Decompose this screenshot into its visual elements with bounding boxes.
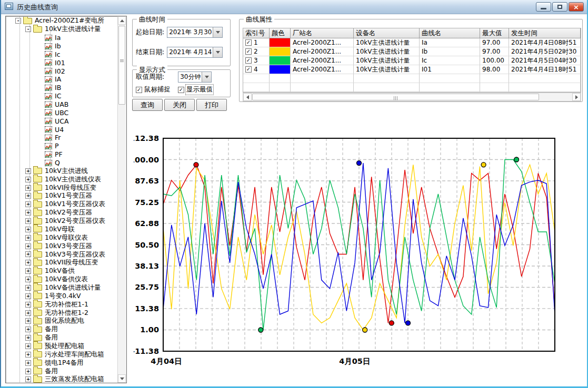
table-horizontal-scrollbar[interactable] <box>243 93 581 101</box>
tree-item-folder[interactable]: +预处理配电箱 <box>6 342 118 351</box>
expand-icon[interactable]: + <box>25 201 31 207</box>
tree-item-folder[interactable]: +10kV备供仪表 <box>6 275 118 284</box>
scroll-up-button[interactable] <box>118 16 126 25</box>
tree-item-curve-UAB[interactable]: UAB <box>6 100 118 109</box>
expand-icon[interactable]: + <box>25 376 31 382</box>
tree-item-folder[interactable]: +污水处理车间配电箱 <box>6 350 118 359</box>
row-checkbox[interactable]: ✓ <box>245 39 252 46</box>
table-row[interactable]: ✓4Acrel-2000Z1...10kV主供进线计量I0198.002021年… <box>243 65 581 74</box>
expand-icon[interactable]: + <box>25 293 31 299</box>
tree-item-folder[interactable]: +固化系统配电 <box>6 317 118 325</box>
tree-item-folder[interactable]: +10kV备供 <box>6 267 118 275</box>
tree-item-folder[interactable]: +10kV3号变压器仪表 <box>6 250 118 259</box>
tree-item-curve-IC[interactable]: IC <box>6 92 118 100</box>
tree-item-curve-I01[interactable]: I01 <box>6 58 118 67</box>
mouse-capture-checkbox[interactable]: ✓ 鼠标捕捉 <box>136 85 171 94</box>
tree-item-curve-UBC[interactable]: UBC <box>6 108 118 117</box>
expand-icon[interactable]: + <box>25 210 31 216</box>
table-row[interactable]: ✓2Acrel-2000Z1...10kV主供进线计量Ib97.002021年4… <box>243 47 581 56</box>
tree-item-folder[interactable]: +10kV3号变压器 <box>6 242 118 250</box>
column-header[interactable]: 颜色 <box>270 28 291 38</box>
expand-icon[interactable]: + <box>25 251 31 257</box>
tree-item-metering-group[interactable]: -10kV主供进线计量 <box>6 25 118 34</box>
tree-item-folder[interactable]: +10kV1号变压器仪表 <box>6 200 118 209</box>
start-date-combo[interactable]: 2021年 3月30 <box>167 27 223 38</box>
expand-icon[interactable]: + <box>25 185 31 191</box>
expand-icon[interactable]: + <box>25 193 31 199</box>
tree-item-folder[interactable]: +备用 <box>6 325 118 334</box>
tree-item-curve-Ic[interactable]: Ic <box>6 50 118 58</box>
tree-item-folder[interactable]: +备用 <box>6 367 118 375</box>
tree-item-folder[interactable]: +10kV备供进线计量 <box>6 284 118 292</box>
title-bar[interactable]: 历史曲线查询 × <box>1 0 587 14</box>
period-combo[interactable]: 30分钟 <box>178 72 212 83</box>
row-index-cell[interactable]: ✓4 <box>243 65 270 74</box>
expand-icon[interactable]: + <box>25 260 31 266</box>
tree-item-curve-UCA[interactable]: UCA <box>6 117 118 125</box>
expand-icon[interactable]: + <box>25 343 31 349</box>
tree-item-folder[interactable]: +10kV2号变压器 <box>6 209 118 217</box>
tree-item-folder[interactable]: +无功补偿柜1-1 <box>6 300 118 309</box>
tree-item-folder[interactable]: +10kV1号变压器 <box>6 192 118 200</box>
tree-item-folder[interactable]: +1号变0.4kV <box>6 292 118 300</box>
expand-icon[interactable]: + <box>25 285 31 291</box>
column-header[interactable]: 最大值 <box>480 28 509 38</box>
tree-item-curve-IB[interactable]: IB <box>6 84 118 92</box>
table-row[interactable]: ✓3Acrel-2000Z1...10kV主供进线计量Ic100.002021年… <box>243 56 581 65</box>
expand-icon[interactable]: + <box>25 268 31 274</box>
start-date-dropdown-button[interactable] <box>213 27 222 37</box>
tree-item-folder[interactable]: +10kV母联仪表 <box>6 233 118 242</box>
column-header[interactable]: 发生时间 <box>509 28 581 38</box>
collapse-icon[interactable]: - <box>25 26 31 32</box>
tree-item-folder[interactable]: +10kV主供进线仪表 <box>6 175 118 183</box>
close-dialog-button[interactable]: 关闭 <box>164 99 195 111</box>
expand-icon[interactable]: + <box>25 360 31 366</box>
row-index-cell[interactable]: ✓1 <box>243 38 270 47</box>
period-dropdown-button[interactable] <box>202 72 211 82</box>
tree-item-folder[interactable]: +10kV母联 <box>6 225 118 233</box>
query-button[interactable]: 查询 <box>132 99 163 111</box>
expand-icon[interactable]: + <box>25 243 31 249</box>
show-extremes-checkbox[interactable]: ✓ 显示最值 <box>178 85 213 94</box>
table-scrollbar-thumb[interactable] <box>252 94 539 100</box>
print-button[interactable]: 打印 <box>196 99 227 111</box>
tree-item-curve-Q[interactable]: Q <box>6 159 118 167</box>
row-checkbox[interactable]: ✓ <box>245 57 252 64</box>
expand-icon[interactable]: + <box>25 326 31 332</box>
end-date-combo[interactable]: 2021年 4月14 <box>167 47 223 58</box>
column-header[interactable]: 索引号 <box>243 28 270 38</box>
collapse-icon[interactable]: - <box>15 18 21 24</box>
expand-icon[interactable]: + <box>25 177 31 182</box>
tree-item-folder[interactable]: +10kV主供进线 <box>6 167 118 175</box>
scroll-down-button[interactable] <box>118 374 126 383</box>
expand-icon[interactable]: + <box>25 168 31 174</box>
tree-item-folder[interactable]: +三效蒸发系统配电箱 <box>6 375 118 383</box>
column-header[interactable]: 曲线名 <box>420 28 480 38</box>
tree-item-curve-P[interactable]: P <box>6 142 118 150</box>
tree-item-curve-Ia[interactable]: Ia <box>6 34 118 42</box>
close-button[interactable]: × <box>569 2 584 12</box>
expand-icon[interactable]: + <box>25 352 31 358</box>
tree-scrollbar-thumb[interactable] <box>118 26 125 105</box>
expand-icon[interactable]: + <box>25 310 31 316</box>
tree-item-curve-Ib[interactable]: Ib <box>6 42 118 50</box>
tree-vertical-scrollbar[interactable] <box>117 16 126 383</box>
expand-icon[interactable]: + <box>25 302 31 308</box>
expand-icon[interactable]: + <box>25 277 31 282</box>
row-checkbox[interactable]: ✓ <box>245 66 252 73</box>
tree-item-curve-Fr[interactable]: Fr <box>6 134 118 142</box>
tree-item-curve-I02[interactable]: I02 <box>6 67 118 75</box>
expand-icon[interactable]: + <box>25 227 31 232</box>
scroll-right-button[interactable] <box>572 93 581 101</box>
row-checkbox[interactable]: ✓ <box>245 48 252 55</box>
column-header[interactable]: 设备名 <box>354 28 420 38</box>
minimize-button[interactable] <box>536 2 551 12</box>
restore-button[interactable] <box>552 2 567 12</box>
tree-item-substation[interactable]: -Acrel-2000Z1#变电所 <box>6 17 118 25</box>
tree-item-folder[interactable]: +10kVI段母线压变 <box>6 183 118 192</box>
tree-item-folder[interactable]: +10kV2号变压器仪表 <box>6 217 118 226</box>
tree-item-folder[interactable]: +馈电1P4备用 <box>6 359 118 367</box>
tree-item-folder[interactable]: +无功补偿柜1-2 <box>6 309 118 317</box>
tree-item-folder[interactable]: +10kVII段母线压变 <box>6 259 118 267</box>
expand-icon[interactable]: + <box>25 218 31 224</box>
